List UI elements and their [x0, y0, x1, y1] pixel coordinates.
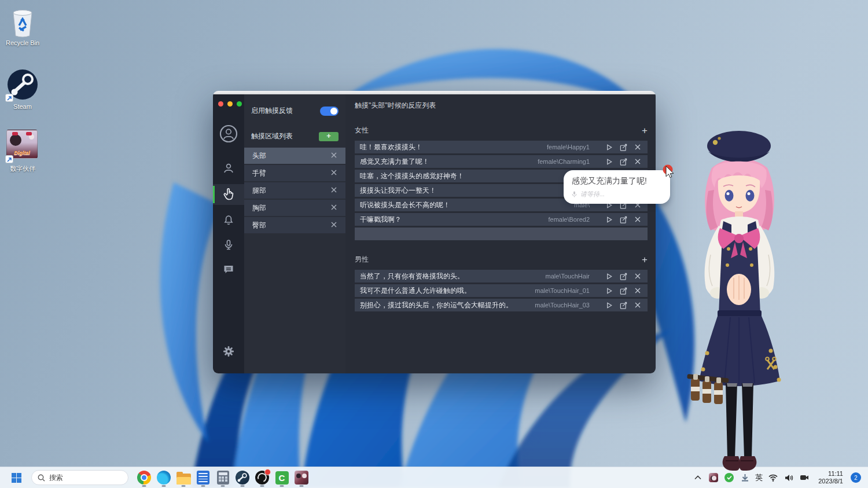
area-item-chest[interactable]: 胸部: [244, 200, 345, 216]
steam-taskbar-icon: [236, 471, 249, 485]
reaction-text: 哇塞，这个摸摸头的感觉好神奇！: [360, 171, 590, 181]
delete-area-icon[interactable]: [330, 204, 337, 212]
edit-button[interactable]: [619, 271, 628, 281]
reaction-text: 听说被摸头是会长不高的呢！: [360, 200, 574, 210]
area-list-label: 触摸区域列表: [251, 131, 293, 141]
taskbar-app-clash[interactable]: C: [272, 468, 292, 487]
taskbar-app-edge[interactable]: [154, 468, 174, 487]
reaction-text: 感觉又充满力量了呢！: [360, 157, 538, 167]
empty-row: [355, 228, 648, 240]
reaction-audio-file: female\Charming1: [538, 158, 590, 165]
tray-recorder-icon[interactable]: [799, 472, 810, 483]
close-window-button[interactable]: [218, 101, 223, 107]
sidebar-item-dialogue[interactable]: [213, 259, 244, 280]
add-reaction-button[interactable]: +: [642, 126, 648, 135]
area-item-leg[interactable]: 腿部: [244, 182, 345, 199]
play-button[interactable]: [604, 286, 613, 295]
area-item-arm[interactable]: 手臂: [244, 165, 345, 181]
clock-date: 2023/8/1: [818, 478, 843, 485]
gear-icon: [223, 346, 234, 357]
edit-button[interactable]: [619, 300, 628, 310]
reaction-text: 当然了，只有你有资格摸我的头。: [360, 271, 546, 281]
reaction-audio-file: female\Happy1: [547, 144, 590, 151]
maximize-window-button[interactable]: [237, 101, 242, 107]
minimize-window-button[interactable]: [227, 101, 233, 107]
taskbar-app-file-explorer[interactable]: [174, 468, 193, 487]
touch-hand-icon: [223, 188, 234, 201]
reaction-audio-file: female\Bored2: [548, 216, 590, 223]
speech-sub-text: 请等待...: [580, 190, 605, 199]
reaction-audio-file: male\TouchHair: [546, 273, 590, 280]
delete-area-icon[interactable]: [330, 186, 337, 195]
reaction-text: 干嘛戳我啊？: [360, 215, 548, 225]
play-button[interactable]: [604, 300, 613, 310]
enable-touch-label: 启用触摸反馈: [251, 106, 293, 116]
reaction-text: 我可不是什么普通人允许碰触的哦。: [360, 286, 535, 296]
add-reaction-button[interactable]: +: [642, 255, 648, 265]
add-area-button[interactable]: +: [319, 132, 339, 141]
sidebar-item-settings[interactable]: [213, 341, 244, 362]
delete-area-icon[interactable]: [330, 169, 337, 177]
chrome-icon: [137, 471, 151, 485]
search-icon: [38, 474, 45, 482]
desktop-icon-steam[interactable]: Steam: [0, 68, 45, 110]
reaction-row[interactable]: 哇！最喜欢摸摸头！female\Happy1: [355, 141, 648, 153]
delete-button[interactable]: [633, 215, 642, 224]
taskbar-search[interactable]: 搜索: [31, 470, 128, 485]
delete-area-icon[interactable]: [330, 221, 337, 229]
play-button[interactable]: [604, 142, 613, 152]
taskbar-app-digital-mate[interactable]: [292, 468, 311, 487]
reaction-text: 摸摸头让我开心一整天！: [360, 186, 590, 196]
notes-icon: [197, 471, 209, 485]
edit-button[interactable]: [619, 215, 628, 224]
edit-button[interactable]: [619, 142, 628, 152]
shortcut-arrow-icon: [5, 155, 13, 163]
touch-area-panel: 启用触摸反馈 触摸区域列表 + 头部 手臂: [244, 94, 345, 373]
desktop-icon-label: Recycle Bin: [0, 39, 45, 46]
bell-icon: [223, 214, 234, 225]
delete-button[interactable]: [633, 300, 642, 310]
sidebar-rail: [213, 94, 244, 373]
notification-count-badge[interactable]: 2: [851, 472, 861, 483]
taskbar-app-notes[interactable]: [193, 468, 213, 487]
play-button[interactable]: [604, 271, 613, 281]
reaction-text: 哇！最喜欢摸摸头！: [360, 142, 547, 152]
start-button[interactable]: [6, 469, 27, 486]
play-button[interactable]: [604, 215, 613, 224]
play-button[interactable]: [604, 157, 613, 166]
delete-button[interactable]: [633, 157, 642, 166]
sidebar-item-voice[interactable]: [213, 234, 244, 255]
sidebar-item-touch[interactable]: [213, 184, 244, 205]
taskbar-app-calculator[interactable]: [213, 468, 233, 487]
taskbar-app-obs[interactable]: [252, 468, 272, 487]
reaction-row[interactable]: 感觉又充满力量了呢！female\Charming1: [355, 155, 648, 168]
reaction-row[interactable]: 别担心，摸过我的头后，你的运气会大幅提升的。male\TouchHair_03: [355, 299, 648, 311]
desktop: Recycle Bin Steam Digital: [0, 0, 868, 488]
edit-button[interactable]: [619, 286, 628, 295]
chat-bubble-icon: [223, 263, 234, 275]
microphone-icon: [223, 239, 234, 251]
delete-area-icon[interactable]: [330, 152, 337, 160]
desktop-icon-digital-mate[interactable]: Digital 数字伙伴: [0, 130, 45, 173]
edit-button[interactable]: [619, 157, 628, 166]
taskbar-app-chrome[interactable]: [134, 468, 154, 487]
taskbar-clock[interactable]: 11:11 2023/8/1: [818, 470, 843, 485]
desktop-icon-recycle-bin[interactable]: Recycle Bin: [0, 5, 45, 46]
delete-button[interactable]: [633, 286, 642, 295]
touch-feedback-toggle[interactable]: [320, 107, 339, 116]
area-item-hip[interactable]: 臀部: [244, 217, 345, 233]
area-item-head[interactable]: 头部: [244, 148, 345, 164]
delete-button[interactable]: [633, 142, 642, 152]
reaction-row[interactable]: 我可不是什么普通人允许碰触的哦。male\TouchHair_01: [355, 284, 648, 297]
notification-badge: [264, 469, 271, 475]
delete-button[interactable]: [633, 271, 642, 281]
reaction-row[interactable]: 干嘛戳我啊？female\Bored2: [355, 213, 648, 226]
sidebar-item-character[interactable]: [213, 158, 244, 179]
sidebar-item-profile[interactable]: [213, 121, 244, 146]
desktop-icon-label: 数字伙伴: [0, 164, 45, 173]
anime-pet-character[interactable]: [683, 122, 796, 475]
sidebar-item-notifications[interactable]: [213, 209, 244, 230]
taskbar-app-steam[interactable]: [233, 468, 252, 487]
reaction-row[interactable]: 当然了，只有你有资格摸我的头。male\TouchHair: [355, 270, 648, 282]
reaction-list-panel: 触摸"头部"时候的反应列表 女性 + 哇！最喜欢摸摸头！female\Happy…: [345, 94, 656, 373]
